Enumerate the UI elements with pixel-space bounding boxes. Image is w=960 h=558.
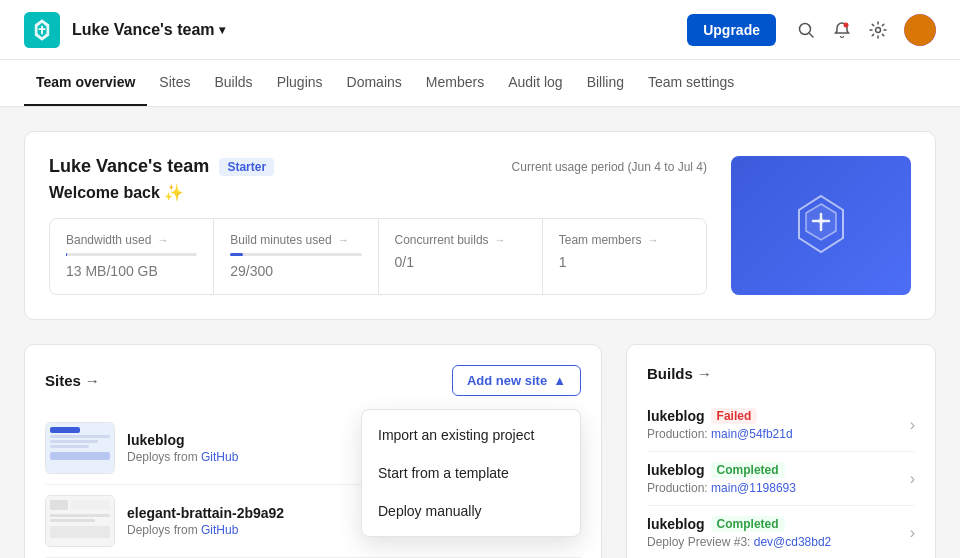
settings-icon[interactable]: [868, 20, 888, 40]
team-hero-image: [731, 156, 911, 295]
main-nav: Team overview Sites Builds Plugins Domai…: [0, 60, 960, 107]
nav-billing[interactable]: Billing: [575, 60, 636, 106]
header-icons: [796, 14, 936, 46]
build-link-1[interactable]: main@1198693: [711, 481, 796, 495]
netlify-logo-icon: [24, 12, 60, 48]
main-content: Luke Vance's team Starter Current usage …: [0, 107, 960, 558]
build-name-row-1: lukeblog Completed: [647, 462, 910, 478]
add-new-site-button[interactable]: Add new site ▲: [452, 365, 581, 396]
build-info-1: lukeblog Completed Production: main@1198…: [647, 462, 910, 495]
header: Luke Vance's team ▾ Upgrade: [0, 0, 960, 60]
builds-section: Builds → lukeblog Failed Production: mai…: [626, 344, 936, 558]
sites-title[interactable]: Sites →: [45, 372, 100, 389]
stat-build-minutes-label: Build minutes used →: [230, 233, 361, 247]
stat-bandwidth-value: 13 MB/100 GB: [66, 262, 197, 280]
build-status-failed-0: Failed: [711, 408, 758, 424]
site-thumb-elegant-brattain: [45, 495, 115, 547]
stat-concurrent-builds-label: Concurrent builds →: [395, 233, 526, 247]
stats-row: Bandwidth used → 13 MB/100 GB Build minu…: [49, 218, 707, 295]
nav-members[interactable]: Members: [414, 60, 496, 106]
nav-team-settings[interactable]: Team settings: [636, 60, 746, 106]
add-site-container: Add new site ▲ Import an existing projec…: [452, 365, 581, 396]
build-link-2[interactable]: dev@cd38bd2: [754, 535, 832, 549]
build-name-0: lukeblog: [647, 408, 705, 424]
team-name-label: Luke Vance's team: [72, 21, 215, 39]
build-info-0: lukeblog Failed Production: main@54fb21d: [647, 408, 910, 441]
stat-build-minutes: Build minutes used → 29/300: [214, 219, 378, 294]
stat-build-minutes-value: 29/300: [230, 262, 361, 280]
user-avatar[interactable]: [904, 14, 936, 46]
add-site-chevron-icon: ▲: [553, 373, 566, 388]
svg-point-4: [876, 27, 881, 32]
build-name-1: lukeblog: [647, 462, 705, 478]
plan-badge: Starter: [219, 158, 274, 176]
stat-team-members-label: Team members →: [559, 233, 690, 247]
svg-point-5: [818, 218, 824, 224]
site-thumb-lukeblog: [45, 422, 115, 474]
build-minutes-progress-fill: [230, 253, 243, 256]
build-info-2: lukeblog Completed Deploy Preview #3: de…: [647, 516, 910, 549]
builds-title-arrow: →: [697, 365, 712, 382]
stat-build-arrow: →: [338, 234, 349, 246]
nav-audit-log[interactable]: Audit log: [496, 60, 574, 106]
stat-concurrent-builds-value: 0/1: [395, 253, 526, 271]
build-chevron-icon-0: ›: [910, 416, 915, 434]
welcome-text: Welcome back ✨: [49, 183, 707, 202]
build-status-completed-2: Completed: [711, 516, 785, 532]
dropdown-deploy-manually[interactable]: Deploy manually: [362, 492, 580, 530]
svg-line-2: [810, 33, 814, 37]
sites-section-header: Sites → Add new site ▲ Import an existin…: [45, 365, 581, 396]
hero-logo-icon: [781, 186, 861, 266]
stat-bandwidth-arrow: →: [157, 234, 168, 246]
upgrade-button[interactable]: Upgrade: [687, 14, 776, 46]
team-card-title: Luke Vance's team: [49, 156, 209, 177]
build-name-row-2: lukeblog Completed: [647, 516, 910, 532]
build-status-completed-1: Completed: [711, 462, 785, 478]
build-chevron-icon-2: ›: [910, 524, 915, 542]
nav-domains[interactable]: Domains: [335, 60, 414, 106]
nav-team-overview[interactable]: Team overview: [24, 60, 147, 106]
build-item-2[interactable]: lukeblog Completed Deploy Preview #3: de…: [647, 506, 915, 558]
bandwidth-progress-fill: [66, 253, 67, 256]
stat-members-arrow: →: [647, 234, 658, 246]
bottom-section: Sites → Add new site ▲ Import an existin…: [24, 344, 936, 558]
site-deploy-source-link[interactable]: GitHub: [201, 450, 238, 464]
stat-bandwidth: Bandwidth used → 13 MB/100 GB: [50, 219, 214, 294]
stat-bandwidth-label: Bandwidth used →: [66, 233, 197, 247]
build-detail-2: Deploy Preview #3: dev@cd38bd2: [647, 535, 910, 549]
builds-title[interactable]: Builds →: [647, 365, 712, 382]
build-link-0[interactable]: main@54fb21d: [711, 427, 793, 441]
build-name-row-0: lukeblog Failed: [647, 408, 910, 424]
dropdown-from-template[interactable]: Start from a template: [362, 454, 580, 492]
nav-builds[interactable]: Builds: [202, 60, 264, 106]
stat-team-members: Team members → 1: [543, 219, 706, 294]
team-header: Luke Vance's team Starter Current usage …: [49, 156, 707, 177]
site-deploy-source-link-2[interactable]: GitHub: [201, 523, 238, 537]
team-name-dropdown[interactable]: Luke Vance's team ▾: [72, 21, 225, 39]
svg-point-3: [844, 22, 849, 27]
build-minutes-progress-bar: [230, 253, 361, 256]
sites-title-arrow: →: [85, 372, 100, 389]
stat-concurrent-arrow: →: [495, 234, 506, 246]
stat-concurrent-builds: Concurrent builds → 0/1: [379, 219, 543, 294]
nav-sites[interactable]: Sites: [147, 60, 202, 106]
build-detail-1: Production: main@1198693: [647, 481, 910, 495]
nav-plugins[interactable]: Plugins: [265, 60, 335, 106]
team-card-content: Luke Vance's team Starter Current usage …: [49, 156, 707, 295]
team-dropdown-icon: ▾: [219, 23, 225, 37]
add-site-dropdown: Import an existing project Start from a …: [361, 409, 581, 537]
notifications-icon[interactable]: [832, 20, 852, 40]
svg-point-1: [800, 23, 811, 34]
team-card: Luke Vance's team Starter Current usage …: [24, 131, 936, 320]
builds-section-header: Builds →: [647, 365, 915, 382]
build-detail-0: Production: main@54fb21d: [647, 427, 910, 441]
usage-period: Current usage period (Jun 4 to Jul 4): [512, 160, 707, 174]
build-item-0[interactable]: lukeblog Failed Production: main@54fb21d…: [647, 398, 915, 452]
build-item-1[interactable]: lukeblog Completed Production: main@1198…: [647, 452, 915, 506]
bandwidth-progress-bar: [66, 253, 197, 256]
stat-team-members-value: 1: [559, 253, 690, 271]
dropdown-import-project[interactable]: Import an existing project: [362, 416, 580, 454]
search-icon[interactable]: [796, 20, 816, 40]
build-name-2: lukeblog: [647, 516, 705, 532]
sites-section: Sites → Add new site ▲ Import an existin…: [24, 344, 602, 558]
